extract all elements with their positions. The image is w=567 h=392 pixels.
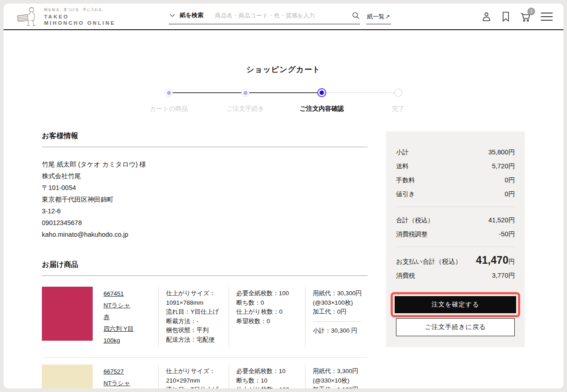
brand-line-2: MIHONCHO ONLINE bbox=[44, 20, 116, 26]
count-line: 断ち数：0 bbox=[236, 298, 305, 308]
tax-label: 消費税 bbox=[396, 271, 415, 280]
search-bar[interactable]: 紙を検索 bbox=[169, 9, 360, 24]
product-code-link[interactable]: 667451 bbox=[104, 289, 158, 298]
spec-line: 1091×788mm bbox=[166, 298, 229, 308]
count-line: 必要全紙枚数：10 bbox=[236, 367, 305, 376]
confirm-order-button[interactable]: 注文を確定する bbox=[395, 296, 516, 313]
product-brand-link[interactable]: NTラシャ bbox=[104, 378, 158, 388]
account-icon[interactable] bbox=[481, 11, 492, 22]
order-summary: 小計 35,800円 送料 5,720円 手数料 0円 値引き 0円 合計（税 bbox=[386, 131, 525, 347]
tax-row: 消費税 3,770円 bbox=[396, 271, 515, 280]
product-counts: 必要全紙枚数：100 断ち数：0 仕上がり枚数：0 希望枚数：0 bbox=[229, 287, 305, 347]
product-counts: 必要全紙枚数：10 断ち数：10 仕上がり枚数：100 希望枚数：100 bbox=[229, 365, 305, 388]
customer-phone: 09012345678 bbox=[42, 217, 368, 229]
search-zone: 紙を検索 紙一覧 ↗ bbox=[169, 9, 391, 24]
customer-company: 株式会社竹尾 bbox=[42, 170, 368, 182]
spec-line: 梱包状態：平判 bbox=[166, 326, 229, 335]
price-line: (@303×100枚) bbox=[313, 298, 368, 308]
stepper-segment bbox=[245, 92, 322, 93]
product-subtotal: 小計：30,300 円 bbox=[313, 326, 368, 336]
stepper-segment bbox=[169, 92, 245, 93]
count-line: 仕上がり枚数：0 bbox=[236, 307, 305, 317]
product-brand-link[interactable]: NTラシャ bbox=[104, 301, 158, 310]
brand-line-1: TAKEO bbox=[44, 14, 116, 20]
customer-address: 東京都千代田区神田錦町 bbox=[42, 194, 368, 205]
payment-total-value: 41,470 bbox=[476, 254, 508, 266]
customer-info: 竹尾 紙太郎 (タケオ カミタロウ) 様 株式会社竹尾 〒101-0054 東京… bbox=[42, 158, 368, 240]
spec-line: 配送方法：宅配便 bbox=[166, 335, 229, 345]
cart-icon[interactable]: 3 bbox=[520, 11, 531, 23]
back-to-procedure-button[interactable]: ご注文手続きに戻る bbox=[396, 318, 515, 336]
payment-total-unit: 円 bbox=[508, 258, 515, 265]
product-links: 667527 NTラシャ うすクリーム 四六判 Y目 bbox=[104, 365, 158, 388]
product-swatch[interactable] bbox=[42, 365, 93, 388]
cart-count-badge: 3 bbox=[527, 8, 535, 15]
product-swatch[interactable] bbox=[42, 287, 93, 341]
payment-total-row: お支払い合計（税込） 41,470円 bbox=[396, 256, 515, 266]
tax-value: 3,770円 bbox=[492, 271, 515, 280]
customer-address2: 3-12-6 bbox=[42, 205, 368, 217]
discount-row: 値引き 0円 bbox=[396, 189, 515, 198]
product-color-link[interactable]: 赤 bbox=[104, 312, 158, 322]
summary-divider bbox=[396, 207, 515, 207]
step-dot-complete bbox=[394, 89, 402, 97]
step-dot-procedure bbox=[241, 89, 249, 97]
product-weight-link[interactable]: 100kg bbox=[104, 336, 158, 345]
total-label: 合計（税込） bbox=[396, 216, 434, 225]
order-details: お客様情報 竹尾 紙太郎 (タケオ カミタロウ) 様 株式会社竹尾 〒101-0… bbox=[42, 131, 368, 388]
logo-text: 紙を知る、見つける、手に入れる。 TAKEO MIHONCHO ONLINE bbox=[44, 7, 116, 26]
spec-line: 断裁方法：- bbox=[166, 317, 229, 326]
external-arrow-icon: ↗ bbox=[386, 14, 390, 20]
subtotal-label: 小計 bbox=[396, 148, 409, 157]
product-specs: 仕上がりサイズ： 210×297mm 流れ目：T目仕上げ 断裁方法：中落とし化粧… bbox=[158, 365, 229, 388]
spec-line: 仕上がりサイズ： bbox=[166, 367, 229, 376]
search-input[interactable] bbox=[215, 12, 348, 19]
product-row: 667527 NTラシャ うすクリーム 四六判 Y目 仕上がりサイズ： 210×… bbox=[42, 358, 368, 388]
summary-divider bbox=[396, 247, 515, 247]
total-value: 41,520円 bbox=[488, 216, 515, 225]
search-icon[interactable] bbox=[351, 11, 360, 20]
logo[interactable]: 紙を知る、見つける、手に入れる。 TAKEO MIHONCHO ONLINE bbox=[14, 6, 116, 27]
product-specs: 仕上がりサイズ： 1091×788mm 流れ目：Y目仕上げ 断裁方法：- 梱包状… bbox=[158, 287, 229, 347]
page: 紙を知る、見つける、手に入れる。 TAKEO MIHONCHO ONLINE 紙… bbox=[4, 4, 563, 388]
paper-list-label: 紙一覧 bbox=[367, 13, 385, 21]
total-row: 合計（税込） 41,520円 bbox=[396, 216, 515, 225]
spec-line: 流れ目：Y目仕上げ bbox=[166, 307, 229, 317]
price-line: 加工代：0円 bbox=[313, 307, 368, 317]
customer-postal: 〒101-0054 bbox=[42, 182, 368, 194]
count-line: 希望枚数：0 bbox=[236, 317, 305, 326]
main: ショッピングカート カートの商品 ご注文手続き ご注文内容確認 完了 お客様情報 bbox=[4, 64, 563, 388]
spec-line: 仕上がりサイズ： bbox=[166, 289, 229, 298]
product-size-link[interactable]: 四六判 Y目 bbox=[104, 324, 158, 333]
discount-value: 0円 bbox=[504, 189, 515, 198]
subtotal-value: 35,800円 bbox=[488, 148, 515, 157]
shipping-row: 送料 5,720円 bbox=[396, 162, 515, 171]
count-line: 仕上がり枚数：100 bbox=[236, 385, 305, 388]
product-code-link[interactable]: 667527 bbox=[104, 367, 158, 376]
spec-line: 210×297mm bbox=[166, 376, 229, 386]
search-category-label[interactable]: 紙を検索 bbox=[180, 11, 203, 19]
shipping-value: 5,720円 bbox=[492, 162, 515, 171]
step-label-cart: カートの商品 bbox=[130, 105, 207, 113]
logo-tagline: 紙を知る、見つける、手に入れる。 bbox=[44, 7, 116, 12]
logo-illustration-icon bbox=[14, 6, 40, 27]
menu-icon[interactable] bbox=[541, 12, 553, 22]
product-price: 用紙代：30,300円 (@303×100枚) 加工代：0円 小計：30,300… bbox=[305, 287, 368, 347]
customer-email: kaho.minato@hakuhodo.co.jp bbox=[42, 229, 368, 240]
price-line: (@330×10枚) bbox=[313, 376, 368, 386]
fee-label: 手数料 bbox=[396, 176, 415, 185]
step-dot-cart bbox=[165, 89, 173, 97]
chevron-down-icon[interactable] bbox=[169, 12, 176, 19]
bookmark-icon[interactable] bbox=[501, 11, 510, 22]
stepper-segment bbox=[322, 92, 398, 93]
paper-list-link[interactable]: 紙一覧 ↗ bbox=[366, 13, 391, 24]
discount-label: 値引き bbox=[396, 189, 415, 198]
stepper-track bbox=[130, 88, 436, 97]
customer-info-heading: お客様情報 bbox=[42, 131, 368, 147]
product-price: 用紙代：3,300円 (@330×10枚) 加工代：1,100円 bbox=[305, 365, 368, 388]
tax-adjust-label: 消費税調整 bbox=[396, 230, 428, 239]
step-dot-confirm bbox=[317, 88, 326, 97]
price-line: 用紙代：3,300円 bbox=[313, 367, 368, 376]
payment-total-label: お支払い合計（税込） bbox=[396, 257, 462, 266]
price-line: 用紙代：30,300円 bbox=[313, 289, 368, 298]
